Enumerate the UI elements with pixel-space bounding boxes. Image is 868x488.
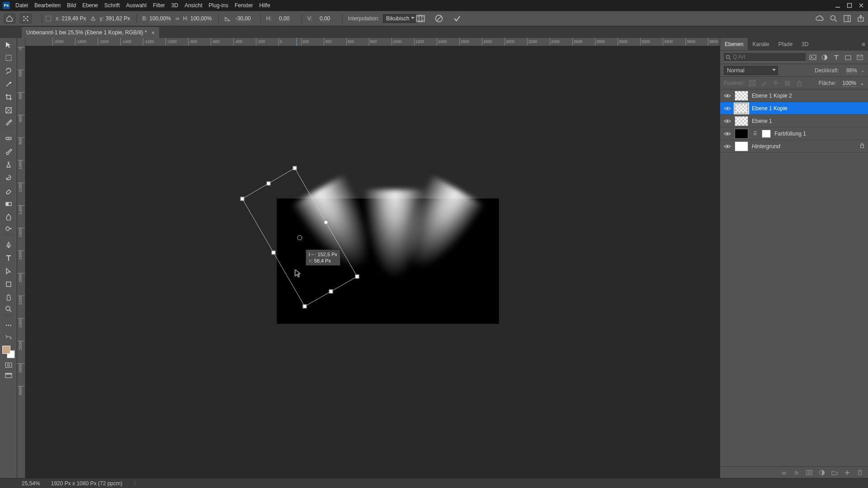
pen-tool[interactable]: [3, 240, 14, 250]
path-selection-tool[interactable]: [3, 266, 14, 276]
menu-datei[interactable]: Datei: [15, 2, 28, 9]
close-tab-button[interactable]: ×: [151, 29, 155, 36]
fill-value-field[interactable]: 100%: [840, 80, 856, 86]
quickmask-button[interactable]: [5, 361, 13, 369]
menu-auswahl[interactable]: Auswahl: [126, 2, 146, 9]
link-layers-icon[interactable]: ∞: [780, 469, 788, 476]
type-tool[interactable]: [3, 253, 14, 263]
skew-v-value-field[interactable]: 0,00: [314, 15, 336, 22]
link-wh-icon[interactable]: ∞: [175, 15, 179, 22]
opacity-value-field[interactable]: 86%: [843, 67, 857, 74]
window-close-button[interactable]: [857, 2, 865, 9]
magic-wand-tool[interactable]: [3, 79, 14, 89]
zoom-tool[interactable]: [3, 305, 14, 315]
filter-smart-icon[interactable]: [855, 53, 864, 61]
hand-tool[interactable]: [3, 292, 14, 302]
y-value-field[interactable]: 391,62 Px: [106, 15, 130, 22]
relative-position-checkbox[interactable]: [46, 16, 51, 21]
dodge-tool[interactable]: [3, 225, 14, 235]
history-brush-tool[interactable]: [3, 173, 14, 183]
marquee-tool[interactable]: [3, 53, 14, 63]
lock-nested-icon[interactable]: [783, 79, 792, 87]
panel-tab-kanäle[interactable]: Kanäle: [748, 38, 774, 50]
menu-ebene[interactable]: Ebene: [82, 2, 98, 9]
menu-bild[interactable]: Bild: [67, 2, 76, 9]
cloud-sync-icon[interactable]: [816, 15, 824, 22]
cancel-transform-button[interactable]: [435, 14, 443, 23]
blur-tool[interactable]: [3, 212, 14, 222]
workspace-switcher-icon[interactable]: [844, 15, 851, 22]
horizontal-ruler[interactable]: -2000-1800-1600-1400-1200-1000-800-600-4…: [25, 38, 720, 46]
panel-tab-ebenen[interactable]: Ebenen: [720, 38, 748, 50]
menu-plug-ins[interactable]: Plug-ins: [209, 2, 228, 9]
menu-hilfe[interactable]: Hilfe: [259, 2, 270, 9]
brush-tool[interactable]: [3, 146, 14, 156]
gradient-tool[interactable]: [3, 199, 14, 209]
transform-corner-handle[interactable]: [241, 197, 245, 201]
adjustment-layer-icon[interactable]: [818, 469, 826, 476]
document-tab[interactable]: Unbenannt-1 bei 25,5% (Ebene 1 Kopie, RG…: [22, 27, 159, 38]
search-app-icon[interactable]: [830, 15, 837, 22]
blend-mode-select[interactable]: Normal: [724, 66, 778, 75]
height-value-field[interactable]: 100,00%: [190, 15, 212, 22]
eraser-tool[interactable]: [3, 186, 14, 196]
menu-filter[interactable]: Filter: [153, 2, 165, 9]
zoom-percentage[interactable]: 25,54%: [22, 480, 40, 487]
layer-name[interactable]: Ebene 1 Kopie 2: [752, 93, 864, 99]
window-maximize-button[interactable]: [845, 2, 854, 9]
move-tool[interactable]: [3, 40, 14, 50]
layer-thumbnail[interactable]: [735, 129, 748, 139]
menu-schrift[interactable]: Schrift: [104, 2, 120, 9]
menu-bearbeiten[interactable]: Bearbeiten: [34, 2, 61, 9]
clone-stamp-tool[interactable]: [3, 160, 14, 169]
width-value-field[interactable]: 100,00%: [149, 15, 171, 22]
crop-tool[interactable]: [3, 92, 14, 102]
home-button[interactable]: [4, 14, 15, 23]
layer-visibility-toggle[interactable]: [724, 93, 731, 99]
screenmode-button[interactable]: [5, 372, 13, 379]
triangle-icon[interactable]: [90, 16, 96, 21]
healing-brush-tool[interactable]: [3, 133, 14, 143]
layer-visibility-toggle[interactable]: [724, 131, 731, 136]
layer-thumbnail[interactable]: [735, 141, 748, 151]
chevron-down-icon[interactable]: ⌄: [861, 68, 864, 73]
layer-visibility-toggle[interactable]: [724, 106, 731, 111]
group-icon[interactable]: [831, 469, 838, 476]
commit-transform-button[interactable]: [453, 14, 461, 23]
canvas-viewport[interactable]: l→: 152,5 Px ↑: 58,4 Px: [25, 46, 720, 478]
panel-tab-pfade[interactable]: Pfade: [774, 38, 797, 50]
window-minimize-button[interactable]: [834, 2, 842, 9]
layer-mask-thumbnail[interactable]: [762, 130, 771, 138]
layer-row[interactable]: Ebene 1 Kopie: [720, 102, 868, 115]
lock-all-icon[interactable]: [795, 79, 803, 87]
filter-adjust-icon[interactable]: [820, 53, 829, 61]
layer-thumbnail[interactable]: [735, 116, 748, 126]
menu-3d[interactable]: 3D: [171, 2, 178, 9]
angle-value-field[interactable]: -30,00: [232, 15, 254, 22]
lock-pixel-icon[interactable]: [760, 79, 768, 87]
interpolation-select[interactable]: Bikubisch: [383, 14, 417, 23]
delete-layer-icon[interactable]: [856, 469, 863, 476]
layer-row[interactable]: Ebene 1: [720, 115, 868, 127]
transform-edge-handle[interactable]: [267, 182, 271, 186]
layer-visibility-toggle[interactable]: [724, 118, 731, 124]
layer-thumbnail[interactable]: [735, 91, 748, 101]
swap-colors-icon[interactable]: [5, 333, 13, 341]
layer-row[interactable]: ⠿Farbfüllung 1: [720, 127, 868, 140]
layer-name[interactable]: Farbfüllung 1: [774, 131, 864, 137]
menu-ansicht[interactable]: Ansicht: [184, 2, 202, 9]
lasso-tool[interactable]: [3, 66, 14, 76]
mask-link-icon[interactable]: ⠿: [752, 131, 758, 137]
lock-position-icon[interactable]: [772, 79, 780, 87]
panel-menu-icon[interactable]: ≡: [862, 41, 865, 48]
warp-mode-button[interactable]: [416, 15, 425, 22]
layer-name[interactable]: Ebene 1 Kopie: [752, 105, 864, 112]
layer-visibility-toggle[interactable]: [724, 144, 731, 149]
edit-toolbar-button[interactable]: ⋯: [3, 320, 14, 330]
layer-name[interactable]: Ebene 1: [752, 118, 864, 124]
vertical-ruler[interactable]: 0200400600800100012001400160018002000220…: [17, 38, 25, 478]
shape-tool[interactable]: [3, 279, 14, 289]
layer-name[interactable]: Hintergrund: [752, 143, 856, 150]
chevron-down-icon[interactable]: ⌄: [860, 80, 864, 86]
filter-pixel-icon[interactable]: [808, 53, 817, 61]
